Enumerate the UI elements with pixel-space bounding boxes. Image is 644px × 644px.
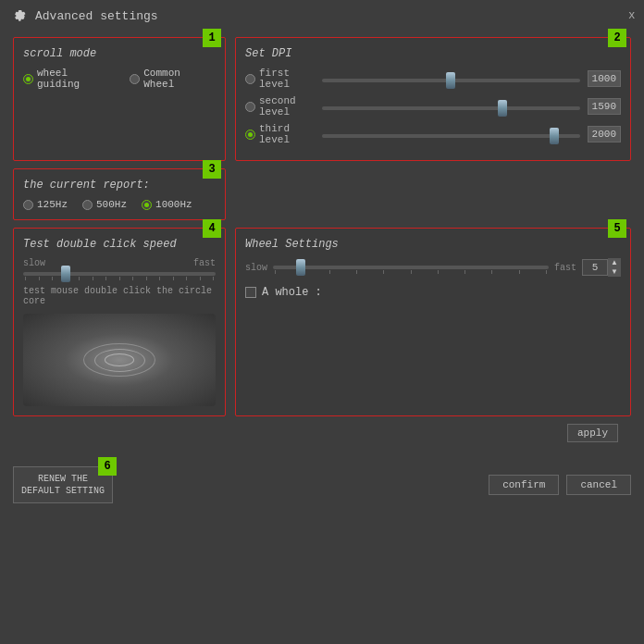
badge-4: 4 — [203, 219, 221, 238]
report-panel: 3 the current report: 125Hz 500Hz 1000Hz — [13, 168, 226, 220]
radio-125hz-dot — [23, 200, 33, 210]
title-bar: Advanced settings x — [0, 0, 644, 31]
dpi-first-thumb[interactable] — [446, 72, 455, 89]
dpi-first-radio[interactable] — [245, 74, 255, 84]
dpi-second-thumb[interactable] — [498, 100, 507, 117]
whole-label: A whole : — [262, 286, 322, 299]
double-click-slider[interactable] — [23, 272, 216, 276]
dpi-second-value: 1590 — [588, 98, 621, 115]
wheel-spinbox: 5 ▲ ▼ — [582, 258, 621, 277]
radio-125hz[interactable]: 125Hz — [23, 199, 68, 210]
dpi-second-label: second level — [245, 95, 315, 118]
close-button[interactable]: x — [629, 7, 636, 21]
radio-1000hz-label: 1000Hz — [155, 199, 192, 210]
apply-row: apply — [13, 424, 631, 442]
dpi-third-radio[interactable] — [245, 130, 255, 140]
wheel-spin-arrows: ▲ ▼ — [608, 258, 621, 277]
badge-6: 6 — [98, 457, 117, 476]
dpi-first-label: first level — [245, 68, 315, 90]
radio-500hz[interactable]: 500Hz — [82, 199, 127, 210]
wheel-spin-down[interactable]: ▼ — [608, 267, 621, 277]
dpi-second-slider[interactable] — [322, 106, 580, 110]
wheel-settings-panel: 5 Wheel Settings slow fast — [235, 228, 631, 416]
radio-500hz-dot — [82, 200, 93, 210]
wheel-title: Wheel Settings — [245, 238, 621, 251]
content-area: 1 scroll mode wheel guiding Common Wheel… — [0, 31, 644, 455]
radio-common-wheel-dot — [130, 74, 140, 84]
wheel-thumb[interactable] — [296, 259, 305, 276]
main-window: Advanced settings x 1 scroll mode wheel … — [0, 0, 644, 644]
scroll-mode-title: scroll mode — [23, 47, 216, 60]
whole-checkbox[interactable] — [245, 287, 256, 298]
window-title: Advanced settings — [35, 9, 158, 23]
radio-1000hz[interactable]: 1000Hz — [142, 199, 192, 210]
wheel-slow-label: slow — [245, 263, 267, 273]
dpi-third-label: third level — [245, 123, 315, 145]
badge-5: 5 — [608, 219, 626, 238]
middle-row: 3 the current report: 125Hz 500Hz 1000Hz — [13, 168, 631, 220]
cancel-button[interactable]: cancel — [566, 475, 631, 495]
dpi-third-slider-container — [322, 130, 580, 138]
scroll-mode-options: wheel guiding Common Wheel — [23, 68, 216, 90]
radio-common-wheel-label: Common Wheel — [143, 68, 216, 90]
double-click-panel: 4 Test double click speed slow fast test… — [13, 228, 226, 416]
radio-500hz-label: 500Hz — [96, 199, 127, 210]
dpi-row-first: first level 1000 — [245, 68, 621, 90]
badge-2: 2 — [608, 29, 626, 47]
top-row: 1 scroll mode wheel guiding Common Wheel… — [13, 37, 631, 161]
dpi-row-second: second level 1590 — [245, 95, 621, 118]
dpi-third-value: 2000 — [588, 126, 621, 142]
wheel-speed-value[interactable]: 5 — [582, 259, 608, 276]
report-title: the current report: — [23, 179, 216, 192]
radio-wheel-guiding-dot — [23, 74, 33, 84]
radio-common-wheel[interactable]: Common Wheel — [130, 68, 216, 90]
dpi-row-third: third level 2000 — [245, 123, 621, 145]
scroll-mode-panel: 1 scroll mode wheel guiding Common Wheel — [13, 37, 226, 161]
dpi-first-slider[interactable] — [322, 79, 580, 82]
confirm-button[interactable]: confirm — [489, 475, 559, 495]
dpi-second-radio[interactable] — [245, 102, 255, 112]
spacer-middle — [235, 168, 631, 220]
badge-1: 1 — [203, 29, 221, 47]
wheel-speed-row: slow fast 5 — [245, 258, 621, 277]
wheel-slider[interactable] — [273, 266, 549, 269]
dpi-first-value: 1000 — [588, 70, 621, 87]
double-click-ticks — [23, 277, 216, 280]
double-click-instruction: test mouse double click the circle core — [23, 286, 216, 306]
dpi-title: Set DPI — [245, 47, 621, 60]
renew-container: 6 RENEW THEDEFAULT SETTING — [13, 466, 113, 503]
dpi-third-slider[interactable] — [322, 134, 580, 138]
wheel-ticks — [273, 270, 549, 274]
badge-3: 3 — [203, 160, 221, 179]
wheel-slider-container — [273, 262, 549, 274]
dpi-second-slider-container — [322, 103, 580, 110]
double-click-thumb[interactable] — [61, 266, 70, 282]
bottom-row: 4 Test double click speed slow fast test… — [13, 228, 631, 416]
radio-wheel-guiding[interactable]: wheel guiding — [23, 68, 115, 90]
double-click-fast-label: fast — [193, 258, 216, 268]
wheel-checkbox-row: A whole : — [245, 286, 621, 299]
report-options: 125Hz 500Hz 1000Hz — [23, 199, 216, 210]
apply-button[interactable]: apply — [567, 424, 618, 442]
radio-1000hz-dot — [142, 200, 152, 210]
double-click-slow-label: slow — [23, 258, 45, 268]
footer-buttons: confirm cancel — [489, 475, 631, 495]
double-click-test-area[interactable] — [23, 314, 216, 406]
dpi-third-thumb[interactable] — [550, 128, 559, 144]
double-click-title: Test double click speed — [23, 238, 216, 251]
radio-wheel-guiding-label: wheel guiding — [37, 68, 115, 90]
dpi-panel: 2 Set DPI first level 1000 — [235, 37, 631, 161]
dpi-first-slider-container — [322, 75, 580, 82]
gear-icon — [11, 7, 28, 24]
wheel-fast-label: fast — [554, 263, 576, 273]
footer: 6 RENEW THEDEFAULT SETTING confirm cance… — [0, 459, 644, 511]
double-click-speed-labels: slow fast — [23, 258, 216, 268]
radio-125hz-label: 125Hz — [37, 199, 68, 210]
wheel-spin-up[interactable]: ▲ — [608, 258, 621, 267]
